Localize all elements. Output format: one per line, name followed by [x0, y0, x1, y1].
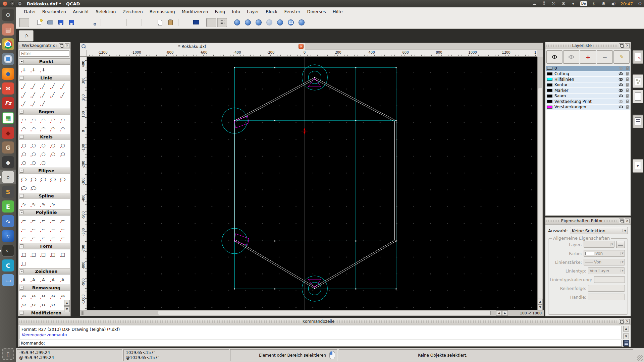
hatch[interactable]	[39, 275, 48, 284]
section-header-kreis[interactable]: Kreis	[19, 134, 70, 140]
point-series[interactable]	[29, 65, 39, 74]
layer-row[interactable]: Marker	[546, 88, 630, 94]
menu-item[interactable]: Bemassung	[147, 8, 178, 15]
arc-concentric-through-point[interactable]	[29, 124, 39, 133]
resize-grip[interactable]	[637, 355, 643, 361]
ellipse-center-2-points[interactable]	[19, 175, 29, 183]
float-panel-icon[interactable]	[619, 319, 624, 324]
side-toolbar-button[interactable]	[633, 159, 643, 173]
polyline-offset[interactable]	[58, 234, 68, 242]
section-header-polylinie[interactable]: Polylinie	[19, 209, 70, 216]
dim-ordinate[interactable]	[58, 292, 68, 300]
line-tangent-point-circle[interactable]	[39, 90, 48, 99]
bluetooth-icon[interactable]: ᛒ	[591, 1, 597, 6]
layer-row[interactable]: Saum	[546, 94, 630, 99]
dock-item[interactable]: $_	[0, 243, 16, 258]
toolbar-button[interactable]	[243, 18, 253, 27]
dock-item[interactable]: ≈	[0, 229, 16, 243]
scrollbar-grip[interactable]	[81, 311, 85, 315]
line-angle-bisector[interactable]	[58, 82, 68, 90]
circle-concentric-distance[interactable]	[29, 149, 39, 158]
circle-2-points-radius[interactable]	[58, 141, 68, 149]
ellipse-center-axes[interactable]	[48, 175, 58, 183]
menu-item[interactable]: Selektion	[93, 8, 119, 15]
arc-2-points-height[interactable]	[58, 116, 68, 124]
layer-visibility-icon[interactable]	[619, 100, 623, 103]
line-orthogonal-tangent[interactable]	[58, 90, 68, 99]
arc-concentric-distance[interactable]	[19, 124, 29, 133]
float-panel-icon[interactable]	[59, 43, 63, 48]
toolbar-button[interactable]	[34, 18, 44, 27]
scroll-down-icon[interactable]: ▼	[538, 304, 543, 310]
rectangle-2-corners[interactable]	[19, 250, 29, 259]
toolbar-button[interactable]	[77, 18, 87, 27]
polyline-arc-segments[interactable]	[29, 216, 39, 225]
dock-item[interactable]: ◆	[0, 125, 16, 140]
arc-2-points-radius[interactable]	[39, 116, 48, 124]
dim-diametric[interactable]	[39, 300, 48, 309]
collapse-icon[interactable]	[20, 169, 23, 173]
polygon-center-corner[interactable]	[39, 250, 48, 259]
dim-aligned[interactable]	[19, 292, 29, 300]
toolbar-button[interactable]	[180, 18, 191, 27]
toolbar-button[interactable]	[297, 18, 307, 27]
circle-2-tangents-radius[interactable]	[58, 149, 68, 158]
layer-row[interactable]: Kontur	[546, 82, 630, 88]
layer-lock-icon[interactable]	[626, 101, 629, 103]
section-header-zeichnen[interactable]: Zeichnen	[19, 268, 70, 275]
dock-item[interactable]: Fz	[0, 96, 16, 111]
line-horizontal[interactable]	[39, 82, 48, 90]
layer-visibility-icon[interactable]	[619, 83, 623, 86]
document-tab[interactable]: * Rokkaku.dxf ×	[80, 43, 305, 50]
ellipse-arc[interactable]	[29, 175, 39, 183]
layer-visibility-icon[interactable]	[619, 95, 623, 97]
menu-item[interactable]: Zeichnen	[119, 8, 146, 15]
toolbar-button[interactable]	[129, 18, 139, 27]
scroll-up-icon[interactable]: ▲	[623, 326, 629, 331]
trash-icon[interactable]: ▯	[2, 348, 14, 360]
line-cross[interactable]	[29, 99, 39, 108]
menu-item[interactable]: Diverses	[304, 8, 329, 15]
collapse-icon[interactable]	[20, 210, 23, 214]
polyline-logical-close[interactable]	[39, 234, 48, 242]
toolbar-button[interactable]	[114, 18, 124, 27]
scroll-right-icon[interactable]: ▶	[502, 310, 508, 316]
spline-remove-fit-point[interactable]	[48, 200, 58, 208]
polyline-segments-to-arc[interactable]	[58, 216, 68, 225]
toolbar-button[interactable]	[191, 18, 201, 27]
lineweight-combo[interactable]: Von▼	[584, 259, 625, 265]
scroll-up-icon[interactable]: ▲	[538, 299, 543, 304]
polyline-relocate-start[interactable]	[48, 234, 58, 242]
drawing-canvas[interactable]	[87, 57, 537, 310]
dock-item[interactable]: ●	[0, 66, 16, 81]
polyline-points[interactable]	[19, 216, 29, 225]
power-icon[interactable]: ⏻	[637, 1, 643, 6]
float-panel-icon[interactable]	[619, 43, 624, 48]
layer-lock-icon[interactable]	[626, 84, 629, 86]
side-toolbar-button[interactable]	[633, 90, 643, 103]
dock-item[interactable]: ∿	[0, 214, 16, 229]
arc-3-points[interactable]	[29, 116, 39, 124]
network-icon[interactable]: ▾	[571, 1, 576, 6]
spline-fit-points[interactable]	[29, 200, 39, 208]
draw-order-input[interactable]	[588, 285, 625, 292]
rectangle-with-size[interactable]	[29, 250, 39, 259]
float-panel-icon[interactable]	[619, 219, 624, 223]
toolbar-button[interactable]	[165, 18, 175, 27]
toolbar-button[interactable]	[19, 18, 29, 27]
layer-lock-icon[interactable]	[626, 107, 629, 109]
line-parallel-through-point[interactable]	[19, 90, 29, 99]
toolbar-button[interactable]	[66, 18, 76, 27]
arc-parallel[interactable]	[39, 124, 48, 133]
dock-item[interactable]: ▦	[0, 111, 16, 125]
vertical-scrollbar[interactable]: ▲ ▼	[537, 57, 543, 310]
layer-lock-icon[interactable]	[626, 79, 629, 81]
remove-layer-button[interactable]: −	[597, 50, 613, 64]
layer-combo[interactable]: ▼	[584, 241, 614, 248]
layer-visibility-icon[interactable]	[619, 72, 623, 75]
toolbar-button[interactable]	[275, 18, 285, 27]
dim-horizontal[interactable]	[39, 292, 48, 300]
dock-item[interactable]: G	[0, 140, 16, 155]
polyline-add-node[interactable]	[19, 225, 29, 234]
image[interactable]	[48, 275, 58, 284]
